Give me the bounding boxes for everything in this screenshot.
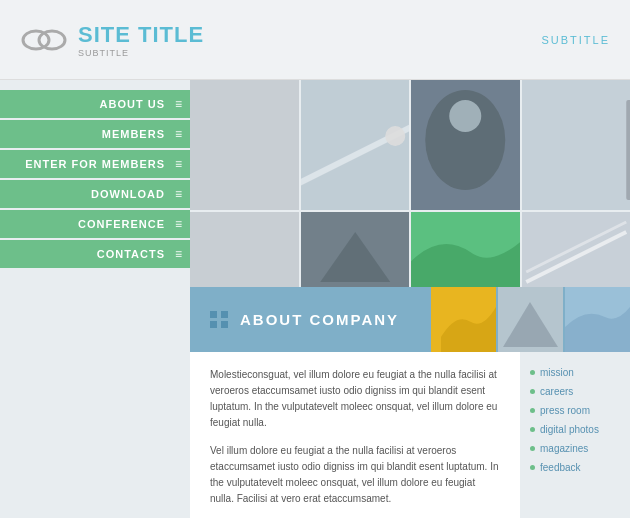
content-para-1: Molestieconsguat, vel illum dolore eu fe… — [210, 367, 500, 431]
nav-item-contacts[interactable]: CONTACTS — [0, 240, 190, 268]
photo-cell-8 — [522, 212, 631, 287]
main: ABOUT US MEMBERS ENTER FOR MEMBERS DOWNL… — [0, 80, 630, 518]
nav-item-about-us[interactable]: ABOUT US — [0, 90, 190, 118]
header: SITE TITLE SUBTITLE SUBTITLE — [0, 0, 630, 80]
photo-cell-6 — [301, 212, 410, 287]
content-area: Molestieconsguat, vel illum dolore eu fe… — [190, 352, 520, 518]
photo-cell-1 — [190, 80, 299, 210]
dots-icon — [210, 311, 228, 328]
svg-point-8 — [449, 100, 481, 132]
site-subtitle-small: SUBTITLE — [78, 48, 204, 58]
logo-icon — [20, 22, 68, 58]
right-link-digital-photos[interactable]: digital photos — [530, 424, 620, 435]
svg-rect-9 — [522, 80, 631, 210]
right-link-label-mission[interactable]: mission — [540, 367, 574, 378]
strip-cell-1 — [431, 287, 496, 352]
right-link-mission[interactable]: mission — [530, 367, 620, 378]
nav-item-download[interactable]: DOWNLOAD — [0, 180, 190, 208]
photo-grid-top — [190, 80, 630, 210]
header-subtitle-right: SUBTITLE — [541, 34, 610, 46]
photo-row-strip — [431, 287, 630, 352]
right-sidebar: mission careers press room digital photo… — [520, 352, 630, 518]
right-link-label-press-room[interactable]: press room — [540, 405, 590, 416]
strip-cell-2 — [498, 287, 563, 352]
photo-cell-3 — [411, 80, 520, 210]
right-link-careers[interactable]: careers — [530, 386, 620, 397]
right-link-label-digital-photos[interactable]: digital photos — [540, 424, 599, 435]
right-link-press-room[interactable]: press room — [530, 405, 620, 416]
photo-grid-bottom — [190, 212, 630, 287]
right-link-label-careers[interactable]: careers — [540, 386, 573, 397]
blue-strip-row: ABOUT COMPANY — [190, 287, 630, 352]
logo-text: SITE TITLE SUBTITLE — [78, 22, 204, 58]
about-company-title: ABOUT COMPANY — [240, 311, 399, 328]
sidebar: ABOUT US MEMBERS ENTER FOR MEMBERS DOWNL… — [0, 80, 190, 518]
photo-cell-5 — [190, 212, 299, 287]
svg-point-5 — [385, 126, 405, 146]
bottom-section: Molestieconsguat, vel illum dolore eu fe… — [190, 352, 630, 518]
photo-cell-4 — [522, 80, 631, 210]
right-link-magazines[interactable]: magazines — [530, 443, 620, 454]
right-link-dot — [530, 465, 535, 470]
photo-cell-7 — [411, 212, 520, 287]
site-title: SITE TITLE — [78, 22, 204, 48]
about-label-section: ABOUT COMPANY — [190, 311, 431, 328]
photo-cell-2 — [301, 80, 410, 210]
svg-point-1 — [39, 31, 65, 49]
nav-item-conference[interactable]: CONFERENCE — [0, 210, 190, 238]
right-link-dot — [530, 389, 535, 394]
right-link-feedback[interactable]: feedback — [530, 462, 620, 473]
svg-rect-10 — [626, 100, 630, 200]
strip-cell-3 — [565, 287, 630, 352]
right-link-dot — [530, 408, 535, 413]
right-link-dot — [530, 446, 535, 451]
right-link-label-magazines[interactable]: magazines — [540, 443, 588, 454]
right-link-label-feedback[interactable]: feedback — [540, 462, 581, 473]
content-wrapper: ABOUT COMPANY — [190, 80, 630, 518]
nav-menu: ABOUT US MEMBERS ENTER FOR MEMBERS DOWNL… — [0, 90, 190, 268]
nav-item-members[interactable]: MEMBERS — [0, 120, 190, 148]
nav-item-enter-for-members[interactable]: ENTER FOR MEMBERS — [0, 150, 190, 178]
right-link-dot — [530, 427, 535, 432]
logo-area: SITE TITLE SUBTITLE — [20, 22, 204, 58]
content-para-2: Vel illum dolore eu feugiat a the nulla … — [210, 443, 500, 507]
right-link-dot — [530, 370, 535, 375]
